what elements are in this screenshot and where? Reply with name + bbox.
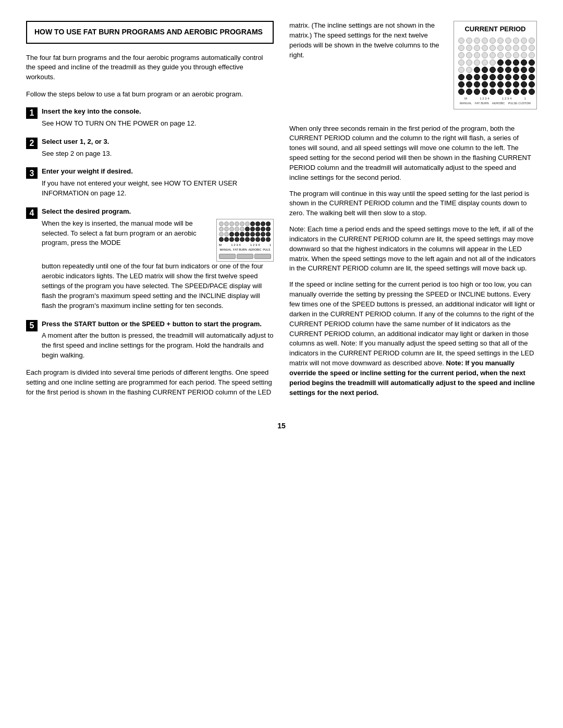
period-paragraph: Each program is divided into several tim… [26,368,274,398]
led-sub-fatburn: FAT BURN [233,248,247,252]
intro-paragraph-2: Follow the steps below to use a fat burn… [26,90,274,100]
step-1: 1 Insert the key into the console. See H… [26,107,274,129]
step-1-number: 1 [26,107,38,119]
step-4-body1: When the key is inserted, the manual mod… [42,219,197,247]
cp-label-pulse: 1 [524,96,526,101]
cp-label-1234: 1 2 3 4 [480,96,489,101]
step-2-content: Select user 1, 2, or 3. See step 2 on pa… [42,137,274,159]
cp-label-m: M [464,96,467,101]
step-1-title: Insert the key into the console. [42,107,274,117]
step-3-number: 3 [26,167,38,179]
cp-label-aerobic: 1 2 3 4 [502,96,511,101]
led-label-fatburn: 1 2 3 4 [250,243,260,248]
step-4-content: Select the desired program. When the key… [42,207,274,311]
led-label-m: M [219,243,222,248]
cp-sub-fatburn: FAT BURN [475,102,489,106]
step-4-inner: When the key is inserted, the manual mod… [42,219,274,262]
cp-sub-manual: MANUAL [460,102,472,106]
step-3-content: Enter your weight if desired. If you hav… [42,167,274,199]
step-2: 2 Select user 1, 2, or 3. See step 2 on … [26,137,274,159]
cp-sub-pulse: PULSE CUSTOM [508,102,531,106]
step-3-body: If you have not entered your weight, see… [42,179,274,199]
current-period-title: CURRENT PERIOD [458,24,532,34]
step-5-content: Press the START button or the SPEED + bu… [42,319,274,361]
right-para-4: Note: Each time a period ends and the sp… [289,225,537,274]
led-sub-puls: PULS [263,248,270,252]
step-4-number: 4 [26,207,38,219]
step-3-title: Enter your weight if desired. [42,167,274,177]
intro-paragraph-1: The four fat burn programs and the four … [26,53,274,83]
right-para-3: The program will continue in this way un… [289,189,537,219]
step-5-number: 5 [26,320,38,331]
step-4-text: When the key is inserted, the manual mod… [42,219,210,249]
step-3: 3 Enter your weight if desired. If you h… [26,167,274,199]
left-column: HOW TO USE FAT BURN PROGRAMS AND AEROBIC… [26,21,274,405]
right-para-5: If the speed or incline setting for the … [289,280,537,398]
step-2-title: Select user 1, 2, or 3. [42,137,274,147]
current-period-box: CURRENT PERIOD [454,21,537,109]
step-2-number: 2 [26,138,38,149]
led-diagram: M 1 2 3 4 1 2 3 4 1 MANUAL FAT BURN AERO… [216,219,274,262]
step-4-title: Select the desired program. [42,207,274,217]
step-4: 4 Select the desired program. When the k… [26,207,274,311]
step-5: 5 Press the START button or the SPEED + … [26,319,274,361]
cp-sub-aerobic: AEROBIC [492,102,505,106]
step-4-body2: button repeatedly until one of the four … [42,262,274,311]
page-number: 15 [26,421,537,431]
step-1-content: Insert the key into the console. See HOW… [42,107,274,129]
led-label-pulse: 1 [270,243,271,248]
led-sub-aerobic: AEROBIC [249,248,262,252]
right-column: matrix. (The incline settings are not sh… [289,21,537,405]
right-top-text: matrix. (The incline settings are not sh… [289,21,446,60]
step-5-title: Press the START button or the SPEED + bu… [42,319,274,329]
right-para-2: When only three seconds remain in the fi… [289,124,537,183]
led-sub-manual: MANUAL [219,248,231,252]
step-1-body: See HOW TO TURN ON THE POWER on page 12. [42,119,274,129]
right-para-5-normal: If the speed or incline setting for the … [289,280,535,367]
page-title: HOW TO USE FAT BURN PROGRAMS AND AEROBIC… [26,21,274,44]
step-5-body: A moment after the button is pressed, th… [42,331,274,361]
led-label-1234: 1 2 3 4 [231,243,240,248]
step-2-body: See step 2 on page 13. [42,149,274,159]
right-top: matrix. (The incline settings are not sh… [289,21,537,117]
